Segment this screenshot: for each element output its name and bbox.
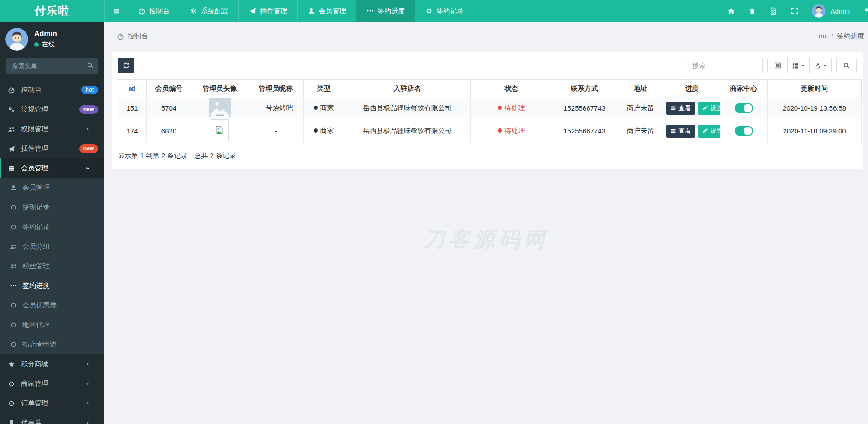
chevron-left-icon — [85, 381, 93, 387]
menu-label: 商家管理 — [21, 379, 85, 388]
cell-admin-avatar — [191, 97, 248, 119]
sidebar-subitem-sign-progress[interactable]: 签约进度 — [0, 276, 104, 296]
sidebar-item-coupons[interactable]: 优惠券 — [0, 413, 104, 424]
topnav-item-system-config[interactable]: 系统配置 — [180, 0, 239, 22]
set-label: 设置 — [710, 127, 720, 135]
sidebar-subitem-sign-records[interactable]: 签约记录 — [0, 217, 104, 237]
sidebar-subitem-member-coupons[interactable]: 会员优惠券 — [0, 296, 104, 315]
chevron-left-icon — [85, 361, 93, 367]
sidebar-item-members[interactable]: 会员管理 — [0, 158, 104, 178]
merchant-center-toggle[interactable] — [735, 103, 753, 113]
home-icon[interactable] — [727, 7, 735, 15]
sidebar-item-general[interactable]: 常规管理 new — [0, 100, 104, 119]
topnav-label: 系统配置 — [201, 7, 228, 15]
col-id[interactable]: Id — [118, 80, 147, 97]
col-contact[interactable]: 联系方式 — [552, 80, 617, 97]
view-button[interactable]: 查看 — [666, 102, 695, 115]
topnav-item-members[interactable]: 会员管理 — [298, 0, 356, 22]
table-row[interactable]: 151 5704 二号烧烤吧 商家 岳西县极品疆味餐饮有限公司 待处理 1525… — [118, 97, 862, 119]
col-merchant-center[interactable]: 商家中心 — [720, 80, 768, 97]
top-navbar: 付乐啦 控制台 系统配置 插件管理 会员管理 签约进度 签约记录 A — [0, 0, 868, 22]
content-header: 控制台 mc/签约进度 — [104, 22, 868, 52]
sidebar-toggle-button[interactable] — [104, 0, 128, 22]
grid-icon — [792, 62, 799, 69]
users-icon — [10, 243, 17, 250]
col-admin-avatar[interactable]: 管理员头像 — [191, 80, 248, 97]
cell-address: 商户未留 — [617, 97, 664, 119]
topnav-label: 签约进度 — [377, 7, 405, 15]
col-member-no[interactable]: 会员编号 — [147, 80, 191, 97]
file-refresh-icon[interactable] — [770, 7, 777, 15]
menu-label: 插件管理 — [21, 144, 79, 153]
broken-image-icon — [211, 119, 229, 143]
online-dot-icon — [34, 42, 39, 47]
set-button[interactable]: 设置 — [698, 125, 720, 138]
main-content: 控制台 mc/签约进度 — [104, 22, 868, 424]
sidebar-subitem-member-list[interactable]: 会员管理 — [0, 178, 104, 198]
type-label: 商家 — [320, 104, 334, 112]
col-progress[interactable]: 进度 — [664, 80, 720, 97]
col-type[interactable]: 类型 — [304, 80, 344, 97]
cell-contact: 15255667743 — [552, 97, 617, 119]
col-admin-nickname[interactable]: 管理员昵称 — [248, 80, 304, 97]
set-label: 设置 — [710, 104, 720, 112]
cell-status: 待处理 — [471, 97, 552, 119]
search-button[interactable] — [836, 58, 857, 73]
cell-progress-actions: 查看 设置 — [664, 97, 720, 119]
user-icon — [308, 7, 315, 15]
sidebar-subitem-fans[interactable]: 粉丝管理 — [0, 256, 104, 276]
sidebar-item-merchants[interactable]: 商家管理 — [0, 374, 104, 393]
sidebar-item-points-mall[interactable]: 积分商城 — [0, 354, 104, 374]
avatar — [812, 4, 826, 18]
topnav-item-dashboard[interactable]: 控制台 — [128, 0, 180, 22]
set-button[interactable]: 设置 — [698, 102, 720, 115]
topnav-item-plugins[interactable]: 插件管理 — [239, 0, 298, 22]
sidebar-item-dashboard[interactable]: 控制台 hot — [0, 80, 104, 100]
topnav-item-sign-progress[interactable]: 签约进度 — [356, 0, 415, 22]
menu-label: 粉丝管理 — [22, 262, 98, 271]
menu-label: 会员管理 — [21, 164, 85, 173]
table-search-input[interactable] — [687, 58, 763, 73]
gears-icon[interactable] — [863, 7, 868, 15]
menu-label: 积分商城 — [21, 360, 85, 368]
paging-toggle-button[interactable] — [767, 58, 788, 73]
gears-icon — [8, 106, 16, 113]
sidebar-subitem-member-groups[interactable]: 会员分组 — [0, 237, 104, 256]
columns-dropdown-button[interactable] — [788, 58, 810, 73]
export-dropdown-button[interactable] — [810, 58, 832, 73]
cell-id: 151 — [118, 97, 147, 119]
sidebar-item-plugins[interactable]: 插件管理 new — [0, 139, 104, 158]
circle-icon — [10, 341, 17, 348]
table-row[interactable]: 174 6820 - 商家 岳西县极品疆味餐饮有限公司 待处理 15255667… — [118, 119, 862, 143]
send-icon — [8, 145, 16, 153]
user-menu[interactable]: Admin — [812, 4, 850, 18]
gauge-icon — [117, 33, 124, 40]
cell-progress-actions: 查看 设置 — [664, 119, 720, 143]
refresh-button[interactable] — [118, 58, 134, 73]
col-status[interactable]: 状态 — [471, 80, 552, 97]
users-icon — [8, 126, 16, 133]
sidebar-subitem-store-applications[interactable]: 拓店者申请 — [0, 335, 104, 354]
topnav-item-sign-records[interactable]: 签约记录 — [415, 0, 474, 22]
sidebar-search — [6, 58, 98, 74]
breadcrumb-parent[interactable]: mc — [819, 32, 828, 40]
sidebar-item-permissions[interactable]: 权限管理 — [0, 119, 104, 139]
menu-label: 提现记录 — [22, 203, 98, 212]
search-icon — [843, 62, 850, 69]
sidebar-search-input[interactable] — [6, 58, 98, 74]
image-placeholder-thumb — [209, 98, 231, 119]
view-button[interactable]: 查看 — [666, 125, 695, 138]
trash-icon[interactable] — [749, 7, 756, 15]
col-store-name[interactable]: 入驻店名 — [344, 80, 471, 97]
topnav-label: 会员管理 — [319, 7, 346, 15]
app-logo[interactable]: 付乐啦 — [0, 0, 104, 22]
col-address[interactable]: 地址 — [617, 80, 664, 97]
sidebar-subitem-withdraw-records[interactable]: 提现记录 — [0, 198, 104, 217]
sidebar-subitem-region-agents[interactable]: 地区代理 — [0, 315, 104, 335]
fullscreen-icon[interactable] — [791, 7, 798, 15]
col-updated[interactable]: 更新时间 — [768, 80, 862, 97]
merchant-center-toggle[interactable] — [735, 126, 753, 136]
chevron-left-icon — [85, 400, 93, 406]
sidebar-item-orders[interactable]: 订单管理 — [0, 393, 104, 413]
watermark: 刀客源码网 — [104, 225, 868, 254]
